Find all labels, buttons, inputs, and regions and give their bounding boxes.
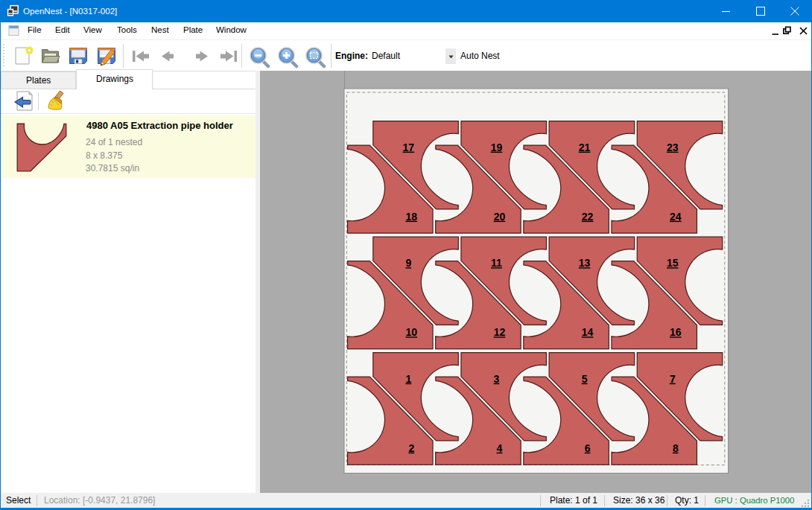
svg-text:20: 20	[494, 211, 506, 223]
svg-text:8: 8	[673, 442, 679, 454]
svg-text:16: 16	[670, 326, 682, 338]
svg-text:1: 1	[405, 373, 411, 385]
svg-text:6: 6	[585, 442, 591, 454]
svg-text:18: 18	[406, 211, 418, 223]
svg-text:14: 14	[582, 326, 594, 338]
svg-text:24: 24	[670, 211, 682, 223]
svg-text:13: 13	[579, 257, 591, 269]
svg-text:17: 17	[403, 141, 415, 153]
svg-text:21: 21	[579, 141, 591, 153]
svg-text:23: 23	[667, 141, 679, 153]
svg-text:15: 15	[667, 257, 679, 269]
svg-text:11: 11	[491, 257, 502, 269]
svg-text:22: 22	[582, 211, 594, 223]
svg-text:12: 12	[494, 326, 506, 338]
svg-text:19: 19	[491, 141, 503, 153]
svg-text:4: 4	[497, 442, 503, 454]
svg-text:3: 3	[494, 373, 500, 385]
svg-text:2: 2	[408, 442, 414, 454]
svg-text:7: 7	[670, 373, 676, 385]
svg-text:9: 9	[405, 257, 411, 269]
svg-text:5: 5	[582, 373, 588, 385]
svg-text:10: 10	[406, 326, 418, 338]
